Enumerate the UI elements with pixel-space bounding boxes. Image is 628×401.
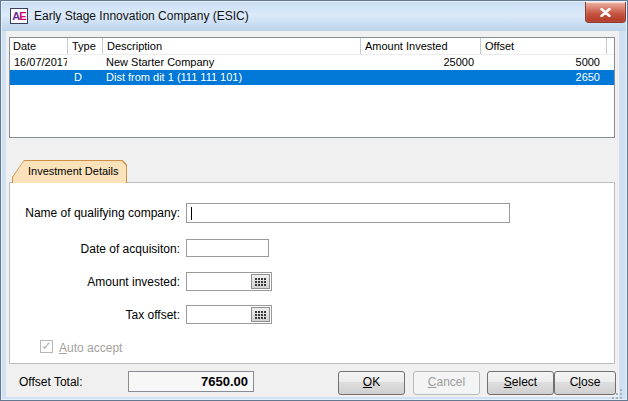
app-icon-letter-e: E [19,11,25,22]
select-button[interactable]: Select [487,371,554,395]
resize-grip[interactable] [620,389,622,391]
cell-date: 16/07/2017 [10,55,67,70]
column-header-offset[interactable]: Offset [480,38,606,54]
tax-offset-calculator-button[interactable] [251,307,270,322]
offset-total-label: Offset Total: [19,375,83,389]
cell-description: New Starter Company [102,55,360,70]
cell-type [67,55,102,70]
investments-table: Date Type Description Amount Invested Of… [9,37,615,138]
name-of-qualifying-company-label: Name of qualifying company: [10,206,180,220]
text-caret [191,207,192,220]
column-header-description[interactable]: Description [102,38,360,54]
checkmark-icon: ✓ [41,339,51,353]
column-header-filler [606,38,614,54]
ok-button[interactable]: OK [338,371,405,395]
offset-total-field: 7650.00 [128,371,254,392]
date-of-acquisition-input[interactable] [186,239,269,257]
date-of-acquisition-label: Date of acquisiton: [10,242,180,256]
amount-invested-input[interactable] [187,273,250,290]
investment-details-panel: Name of qualifying company: Date of acqu… [9,182,615,364]
cell-amount-invested [360,70,480,85]
app-icon: AE [10,8,28,24]
column-header-type[interactable]: Type [67,38,102,54]
table-row[interactable]: 16/07/2017 New Starter Company 25000 500… [10,55,614,70]
calculator-icon [255,278,266,286]
table-row-selected[interactable]: D Dist from dit 1 (111 111 101) 2650 [10,70,614,85]
cell-date [10,70,67,85]
cell-amount-invested: 25000 [360,55,480,70]
dialog-window: AE Early Stage Innovation Company (ESIC)… [0,0,628,401]
tax-offset-label: Tax offset: [10,308,180,322]
close-button[interactable] [585,2,626,23]
cancel-button: Cancel [413,371,480,395]
amount-invested-label: Amount invested: [10,275,180,289]
name-of-qualifying-company-input[interactable] [186,203,510,223]
amount-invested-calculator-button[interactable] [251,274,270,289]
calculator-icon [255,311,266,319]
table-header: Date Type Description Amount Invested Of… [10,38,614,55]
tax-offset-input[interactable] [187,306,250,323]
column-header-date[interactable]: Date [10,38,67,54]
auto-accept-label: Auto accept [59,341,122,355]
dialog-client-area: Date Type Description Amount Invested Of… [6,31,619,397]
cell-type: D [67,70,102,85]
column-header-amount-invested[interactable]: Amount Invested [360,38,480,54]
close-icon [600,8,611,17]
amount-invested-field [186,272,272,291]
tax-offset-field [186,305,272,324]
close-button-footer[interactable]: Close [554,371,616,395]
tab-label: Investment Details [12,160,127,182]
cell-offset: 5000 [480,55,606,70]
title-bar[interactable]: AE Early Stage Innovation Company (ESIC) [2,2,626,31]
window-title: Early Stage Innovation Company (ESIC) [34,2,249,31]
auto-accept-checkbox: ✓ [40,340,53,353]
tab-investment-details[interactable]: Investment Details [12,160,127,183]
cell-description: Dist from dit 1 (111 111 101) [102,70,360,85]
app-icon-letter-a: A [12,11,19,22]
cell-offset: 2650 [480,70,606,85]
